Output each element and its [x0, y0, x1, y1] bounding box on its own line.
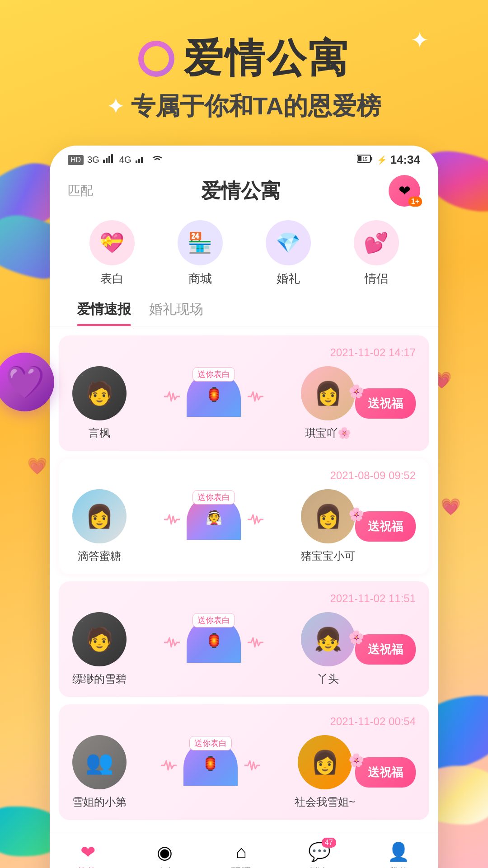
card-1-person1[interactable]: 🧑 言枫	[72, 366, 127, 440]
network-3g: 3G	[87, 155, 99, 165]
nav-bubble[interactable]: ❤ 泡泡	[78, 842, 98, 868]
nav-profile[interactable]: 👤 我的	[387, 841, 410, 868]
couple-card-1: 2021-11-02 14:17 🧑 言枫 送你表白 🏮	[59, 335, 429, 451]
app-header: 匹配 爱情公寓 ❤ 1+	[50, 170, 438, 216]
card-2-center: 送你表白 👰	[127, 495, 301, 558]
card-3-avatar2: 👧	[301, 612, 355, 666]
heartbeat-left-2	[164, 513, 180, 526]
heartbeat-right-2	[248, 513, 263, 526]
signal-bars-4g	[103, 154, 116, 166]
card-2-name2: 猪宝宝小可	[301, 549, 355, 563]
wifi-icon	[151, 154, 164, 166]
nav-message[interactable]: 💬 47 消息	[308, 841, 331, 868]
shop-icon-circle: 🏪	[178, 220, 223, 265]
nav-feed-label: 动态	[155, 865, 174, 868]
card-3-avatar1: 🧑	[72, 612, 127, 666]
deco-heart-2: 💗	[441, 497, 461, 516]
hero-header: 爱情公寓 ✦ 专属于你和TA的恩爱榜 ✦	[0, 0, 488, 137]
couple-card-2: 2021-08-09 09:52 👩 滴答蜜糖 送你表白 👰	[59, 458, 429, 574]
card-1-avatar1: 🧑	[72, 366, 127, 420]
nav-play[interactable]: ⌂ 玩吧	[231, 842, 251, 868]
cards-area: 2021-11-02 14:17 🧑 言枫 送你表白 🏮	[50, 335, 438, 827]
network-4g: 4G	[119, 155, 131, 165]
card-1-person2[interactable]: 👩 琪宝吖🌸	[301, 366, 355, 440]
quick-icon-shop[interactable]: 🏪 商城	[178, 220, 223, 287]
svg-rect-0	[103, 160, 105, 163]
card-2-avatar1: 👩	[72, 489, 127, 543]
couple-card-3: 2021-11-02 11:51 🧑 缥缈的雪碧 送你表白 🏮	[59, 581, 429, 697]
sparkle-top-right: ✦	[410, 27, 429, 53]
charge-icon: ⚡	[377, 155, 387, 165]
app-subtitle: 专属于你和TA的恩爱榜	[131, 90, 381, 123]
card-1-blessing-button[interactable]: 🌸 送祝福	[355, 388, 416, 419]
card-2-wedding-scene: 送你表白 👰	[178, 495, 250, 558]
couple-label: 情侣	[365, 271, 388, 287]
nav-message-badge-wrap: 💬 47	[308, 841, 331, 863]
tab-love-news[interactable]: 爱情速报	[68, 296, 140, 326]
quick-icons-row: 💝 表白 🏪 商城 💎 婚礼 💕 情侣	[50, 216, 438, 296]
status-right: 15 ⚡ 14:34	[357, 153, 421, 167]
card-2-person2[interactable]: 👩 猪宝宝小可	[301, 489, 355, 563]
card-4-time: 2021-11-02 00:54	[72, 715, 416, 728]
tabs-row: 爱情速报 婚礼现场	[50, 296, 438, 326]
sparkle-icon-left: ✦	[107, 95, 124, 118]
card-3-person2[interactable]: 👧 丫头	[301, 612, 355, 686]
couple-card-4: 2021-11-02 00:54 👥 雪姐的小第 送你表白 🏮	[59, 704, 429, 820]
battery-icon: 15	[357, 154, 373, 166]
heartbeat-right-3	[248, 636, 263, 649]
heartbeat-left-3	[164, 636, 180, 649]
shop-label: 商城	[188, 271, 212, 287]
hd-badge: HD	[68, 155, 84, 165]
card-2-person1[interactable]: 👩 滴答蜜糖	[72, 489, 127, 563]
app-name-title: 爱情公寓	[183, 32, 350, 85]
heartbeat-right-4	[244, 759, 260, 772]
large-heart-left: 💜	[0, 353, 54, 411]
card-3-wedding-scene: 送你表白 🏮	[178, 618, 250, 681]
card-4-person2[interactable]: 👩 社会我雪姐~	[295, 735, 355, 809]
card-2-flower-icon: 🌸	[348, 507, 364, 522]
nav-bubble-label: 泡泡	[78, 865, 98, 868]
nav-feed[interactable]: ◉ 动态	[155, 842, 174, 868]
couple-emoji: 💕	[364, 231, 389, 255]
quick-icon-couple[interactable]: 💕 情侣	[354, 220, 399, 287]
card-3-blessing-button[interactable]: 🌸 送祝福	[355, 634, 416, 665]
card-2-blessing-button[interactable]: 🌸 送祝福	[355, 511, 416, 542]
quick-icon-confession[interactable]: 💝 表白	[89, 220, 135, 287]
app-title: 爱情公寓	[201, 178, 281, 204]
bottom-nav: ❤ 泡泡 ◉ 动态 ⌂ 玩吧 💬 47 消息 👤 我的	[50, 832, 438, 868]
heart-badge-icon: ❤	[399, 182, 411, 199]
ring-border	[138, 41, 174, 77]
confession-icon-circle: 💝	[89, 220, 135, 265]
card-4-blessing-button[interactable]: 🌸 送祝福	[355, 757, 416, 788]
card-1-center: 送你表白 🏮	[127, 372, 301, 435]
card-3-content: 🧑 缥缈的雪碧 送你表白 🏮	[72, 612, 416, 686]
heart-badge-num: 1+	[408, 197, 422, 207]
nav-profile-label: 我的	[389, 865, 408, 868]
card-3-person1[interactable]: 🧑 缥缈的雪碧	[72, 612, 127, 686]
ring-icon-wrap	[138, 41, 174, 77]
nav-profile-icon: 👤	[387, 841, 410, 863]
status-left: HD 3G 4G	[68, 154, 164, 166]
svg-rect-2	[108, 156, 110, 163]
svg-rect-9	[358, 156, 361, 161]
heart-badge[interactable]: ❤ 1+	[389, 175, 420, 207]
tab-wedding-scene[interactable]: 婚礼现场	[140, 296, 212, 326]
quick-icon-wedding[interactable]: 💎 婚礼	[266, 220, 311, 287]
shop-emoji: 🏪	[188, 231, 212, 255]
card-4-person1[interactable]: 👥 雪姐的小第	[72, 735, 127, 809]
card-2-time: 2021-08-09 09:52	[72, 469, 416, 482]
deco-heart-3: 💗	[27, 457, 47, 476]
wedding-icon-circle: 💎	[266, 220, 311, 265]
card-1-tag: 送你表白	[192, 367, 235, 382]
svg-text:15: 15	[362, 157, 368, 162]
card-1-name2: 琪宝吖🌸	[305, 426, 351, 440]
wedding-label: 婚礼	[277, 271, 300, 287]
card-1-flower-icon: 🌸	[348, 384, 364, 399]
card-1-name1: 言枫	[89, 426, 110, 440]
svg-rect-5	[138, 159, 140, 163]
main-title-row: 爱情公寓	[27, 32, 461, 85]
card-4-name2: 社会我雪姐~	[295, 795, 355, 809]
card-4-avatar2: 👩	[298, 735, 352, 789]
nav-play-icon: ⌂	[236, 842, 247, 862]
card-1-arch: 送你表白 🏮	[187, 372, 241, 417]
